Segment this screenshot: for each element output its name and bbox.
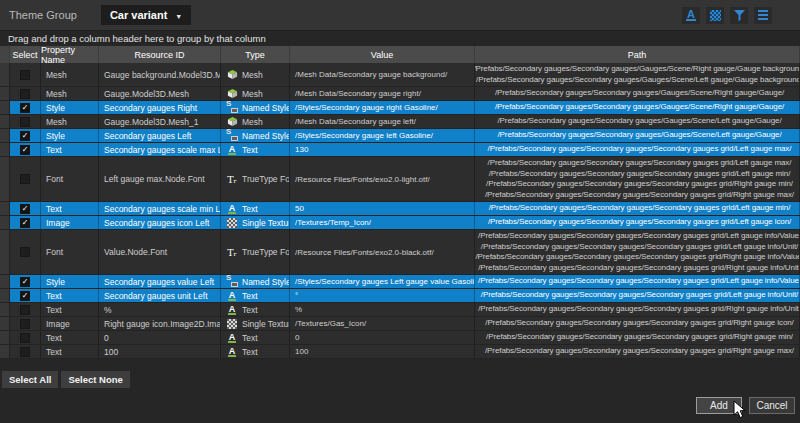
- row-checkbox[interactable]: [20, 89, 30, 99]
- type-label: TrueType Font: [242, 247, 289, 257]
- property-name-cell: Text: [41, 331, 99, 344]
- value-cell: /Textures/Temp_Icon/: [290, 216, 475, 229]
- table-row[interactable]: ✓ Image Secondary gauges icon Left Singl…: [0, 216, 800, 230]
- mesh-icon: [226, 69, 238, 80]
- resource-id-cell: Right gauge icon.Image2D.Image: [99, 317, 221, 330]
- group-by-drop-zone[interactable]: Drag and drop a column header here to gr…: [0, 31, 800, 46]
- type-label: Text: [242, 347, 258, 357]
- table-row[interactable]: ✓ Text Secondary gauges unit Left AText …: [0, 289, 800, 303]
- path-line: /Prefabs/Secondary gauges/Secondary gaug…: [475, 64, 800, 75]
- path-line: /Prefabs/Secondary gauges/Secondary gaug…: [481, 242, 798, 253]
- column-header-type[interactable]: Type: [221, 46, 290, 63]
- resource-id-cell: Secondary gauges icon Left: [99, 216, 221, 229]
- property-name-cell: Style: [41, 275, 99, 288]
- row-checkbox[interactable]: [20, 319, 30, 329]
- dialog-buttons: Add Cancel: [696, 397, 795, 414]
- row-checkbox[interactable]: ✓: [20, 204, 30, 214]
- filter-icon[interactable]: [730, 7, 748, 24]
- row-checkbox[interactable]: [20, 174, 30, 184]
- path-line: /Prefabs/Secondary gauges/Secondary gaug…: [495, 102, 784, 113]
- value-cell: /Styles/Secondary gauge left Gasoline/: [290, 129, 475, 142]
- row-checkbox[interactable]: ✓: [20, 131, 30, 141]
- cancel-button[interactable]: Cancel: [749, 397, 795, 414]
- table-row[interactable]: Mesh Gauge.Model3D.Mesh_1 Mesh /Mesh Dat…: [0, 115, 800, 129]
- table-row[interactable]: ✓ Text Secondary gauges scale max Left A…: [0, 143, 800, 157]
- property-name-cell: Mesh: [41, 115, 99, 128]
- theme-group-dialog: Theme Group Car variant ▼ A Drag and dro…: [0, 0, 800, 423]
- column-header-path[interactable]: Path: [475, 46, 800, 63]
- font-resources-icon[interactable]: A: [682, 7, 700, 24]
- row-gutter: [0, 143, 10, 156]
- add-button[interactable]: Add: [696, 397, 742, 414]
- variant-dropdown-label: Car variant: [110, 9, 167, 21]
- value-cell: °: [290, 289, 475, 302]
- row-checkbox[interactable]: [20, 333, 30, 343]
- path-cell: /Prefabs/Secondary gauges/Secondary gaug…: [475, 275, 800, 288]
- select-cell: [10, 87, 41, 100]
- value-cell: /Styles/Secondary gauge right Gasoline/: [290, 101, 475, 114]
- properties-table: Select Property Name Resource ID Type Va…: [0, 46, 800, 359]
- property-name-cell: Style: [41, 129, 99, 142]
- column-header-select[interactable]: Select: [10, 46, 41, 63]
- named-style-icon: S: [226, 130, 238, 141]
- column-header-property-name[interactable]: Property Name: [41, 46, 99, 63]
- table-row[interactable]: Text % AText % /Prefabs/Secondary gauges…: [0, 303, 800, 317]
- path-line: /Prefabs/Secondary gauges/Secondary gaug…: [478, 304, 800, 315]
- value-cell: /Mesh Data/Secondary gauge background/: [290, 63, 475, 86]
- table-row[interactable]: Font Left gauge max.Node.Font TᵣTrueType…: [0, 157, 800, 202]
- path-line: /Prefabs/Secondary gauges/Secondary gaug…: [488, 144, 792, 155]
- row-checkbox[interactable]: ✓: [20, 103, 30, 113]
- property-name-cell: Font: [41, 230, 99, 274]
- row-gutter: [0, 303, 10, 316]
- type-cell: Single Texture: [221, 317, 290, 330]
- row-gutter: [0, 345, 10, 358]
- value-cell: /Resource Files/Fonts/exo2.0-black.otf/: [290, 230, 475, 274]
- row-checkbox[interactable]: [20, 305, 30, 315]
- table-row[interactable]: ✓ Text Secondary gauges scale min Left A…: [0, 202, 800, 216]
- resource-id-cell: Secondary gauges unit Left: [99, 289, 221, 302]
- row-checkbox[interactable]: [20, 347, 30, 357]
- table-row[interactable]: Mesh Gauge.Model3D.Mesh Mesh /Mesh Data/…: [0, 87, 800, 101]
- selection-buttons: Select All Select None: [2, 371, 130, 388]
- select-cell: [10, 157, 41, 201]
- row-checkbox[interactable]: ✓: [20, 277, 30, 287]
- select-cell: ✓: [10, 129, 41, 142]
- type-cell: Single Texture: [221, 216, 290, 229]
- row-checkbox[interactable]: [20, 117, 30, 127]
- texture-resources-icon[interactable]: [706, 7, 724, 24]
- table-row[interactable]: Text 100 AText 100 /Prefabs/Secondary ga…: [0, 345, 800, 359]
- path-cell: /Prefabs/Secondary gauges/Secondary gaug…: [475, 129, 800, 142]
- column-header-resource-id[interactable]: Resource ID: [99, 46, 221, 63]
- select-none-button[interactable]: Select None: [61, 371, 129, 388]
- table-row[interactable]: Mesh Gauge background.Model3D.Mesh Mesh …: [0, 63, 800, 87]
- row-checkbox[interactable]: ✓: [20, 218, 30, 228]
- column-header-value[interactable]: Value: [290, 46, 475, 63]
- path-cell: /Prefabs/Secondary gauges/Secondary gaug…: [475, 216, 800, 229]
- table-row[interactable]: ✓ Style Secondary gauges Left SNamed Sty…: [0, 129, 800, 143]
- table-header-row: Select Property Name Resource ID Type Va…: [0, 46, 800, 63]
- type-label: Text: [242, 145, 258, 155]
- type-label: Mesh: [242, 117, 263, 127]
- table-row[interactable]: ✓ Style Secondary gauges Right SNamed St…: [0, 101, 800, 115]
- row-checkbox[interactable]: [20, 247, 30, 257]
- row-checkbox[interactable]: ✓: [20, 291, 30, 301]
- type-cell: SNamed Style: [221, 101, 290, 114]
- type-label: Named Style: [242, 103, 289, 113]
- type-cell: AText: [221, 289, 290, 302]
- path-cell: /Prefabs/Secondary gauges/Secondary gaug…: [475, 345, 800, 358]
- table-row[interactable]: ✓ Style Secondary gauges value Left SNam…: [0, 275, 800, 289]
- path-line: /Prefabs/Secondary gauges/Secondary gaug…: [495, 88, 784, 99]
- row-checkbox[interactable]: ✓: [20, 145, 30, 155]
- table-row[interactable]: Image Right gauge icon.Image2D.Image Sin…: [0, 317, 800, 331]
- select-all-button[interactable]: Select All: [2, 371, 58, 388]
- select-cell: [10, 63, 41, 86]
- select-cell: ✓: [10, 143, 41, 156]
- list-view-icon[interactable]: [754, 7, 772, 24]
- row-checkbox[interactable]: [20, 70, 30, 80]
- path-line: /Prefabs/Secondary gauges/Secondary gaug…: [475, 252, 800, 263]
- table-row[interactable]: Font Value.Node.Font TᵣTrueType Font /Re…: [0, 230, 800, 275]
- value-cell: 50: [290, 202, 475, 215]
- variant-dropdown[interactable]: Car variant ▼: [101, 5, 191, 25]
- path-line: /Prefabs/Secondary gauges/Secondary gaug…: [485, 190, 794, 201]
- table-row[interactable]: Text 0 AText 0 /Prefabs/Secondary gauges…: [0, 331, 800, 345]
